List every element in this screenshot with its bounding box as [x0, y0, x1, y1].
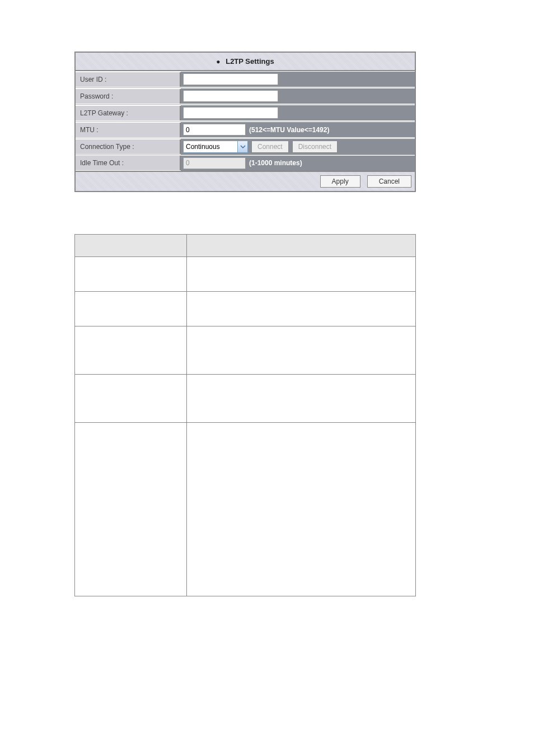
apply-button[interactable]: Apply	[320, 175, 360, 188]
bullet-icon: ●	[216, 58, 220, 66]
cancel-button[interactable]: Cancel	[367, 175, 411, 188]
table-cell	[187, 292, 416, 326]
table-cell	[187, 257, 416, 292]
panel-footer: Apply Cancel	[76, 172, 415, 191]
chevron-down-icon	[237, 141, 247, 152]
table-header-cell	[75, 235, 187, 257]
mtu-hint: (512<=MTU Value<=1492)	[249, 126, 329, 134]
row-idle-timeout: Idle Time Out : (1-1000 minutes)	[76, 155, 415, 172]
panel-header: ● L2TP Settings	[76, 53, 415, 71]
label-mtu: MTU :	[76, 123, 181, 137]
label-idle-timeout: Idle Time Out :	[76, 156, 181, 170]
table-cell	[187, 326, 416, 375]
row-password: Password :	[76, 88, 415, 105]
table-row	[75, 326, 416, 375]
label-password: Password :	[76, 89, 181, 104]
label-connection-type: Connection Type :	[76, 139, 181, 154]
table-cell	[75, 257, 187, 292]
table-cell	[187, 375, 416, 423]
label-gateway: L2TP Gateway :	[76, 106, 181, 120]
table-cell	[75, 292, 187, 326]
connect-button[interactable]: Connect	[251, 141, 289, 153]
connection-type-value: Continuous	[186, 143, 237, 151]
table-cell	[75, 423, 187, 596]
mtu-field[interactable]	[183, 124, 246, 136]
table-cell	[187, 423, 416, 596]
table-row	[75, 257, 416, 292]
disconnect-button[interactable]: Disconnect	[292, 141, 338, 153]
table-row	[75, 375, 416, 423]
table-header-cell	[187, 235, 416, 257]
idle-timeout-field	[183, 157, 246, 169]
label-userid: User ID :	[76, 72, 181, 87]
connection-type-select[interactable]: Continuous	[183, 141, 248, 153]
row-mtu: MTU : (512<=MTU Value<=1492)	[76, 122, 415, 138]
l2tp-settings-panel: ● L2TP Settings User ID : Password : L2T…	[74, 52, 416, 192]
idle-hint: (1-1000 minutes)	[249, 159, 302, 167]
l2tp-gateway-field[interactable]	[183, 107, 278, 119]
row-connection-type: Connection Type : Continuous Connect Dis…	[76, 138, 415, 155]
user-id-field[interactable]	[183, 73, 278, 85]
table-row	[75, 292, 416, 326]
table-cell	[75, 326, 187, 375]
empty-table	[74, 234, 416, 596]
table-row	[75, 423, 416, 596]
row-userid: User ID :	[76, 71, 415, 88]
table-cell	[75, 375, 187, 423]
panel-title: L2TP Settings	[226, 57, 274, 66]
password-field[interactable]	[183, 90, 278, 102]
table-header-row	[75, 235, 416, 257]
row-gateway: L2TP Gateway :	[76, 105, 415, 122]
